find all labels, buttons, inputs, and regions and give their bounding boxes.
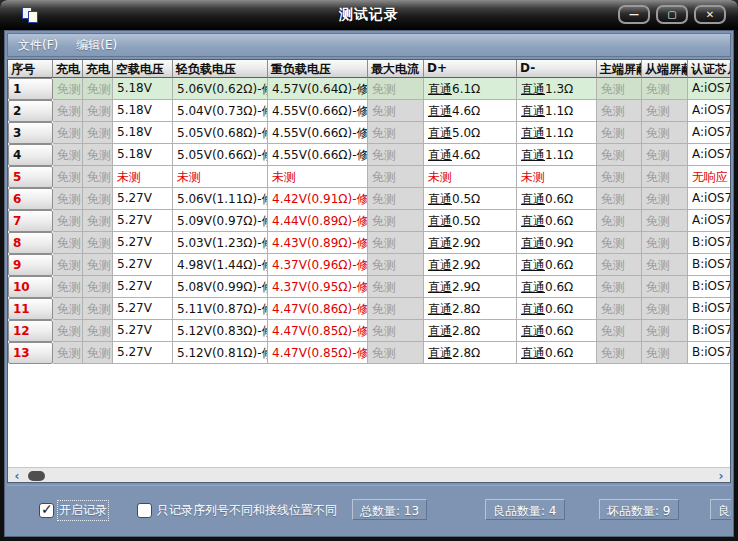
row-number-button[interactable]: 10	[8, 276, 53, 298]
column-header-heavy-load-voltage[interactable]: 重负载电压	[268, 60, 368, 78]
column-header-d-plus[interactable]: D+	[424, 60, 517, 78]
cell-d-plus[interactable]: 直通4.6Ω	[424, 100, 517, 122]
cell-d-minus[interactable]: 直通0.6Ω	[517, 276, 597, 298]
cell-d-plus[interactable]: 直通0.5Ω	[424, 188, 517, 210]
column-header-main-shield[interactable]: 主端屏蔽	[597, 60, 642, 78]
column-header-index[interactable]: 序号	[8, 60, 53, 78]
table-row[interactable]: 4免测免测5.18V5.05V(0.66Ω)-修4.55V(0.66Ω)-修免测…	[8, 144, 731, 166]
minimize-button[interactable]: —	[618, 5, 650, 24]
row-number-button[interactable]: 3	[8, 122, 53, 144]
cell-heavy-load-voltage: 4.55V(0.66Ω)-修	[268, 122, 368, 144]
cell-slave-shield: 免测	[642, 276, 688, 298]
column-header-light-load-voltage[interactable]: 轻负载电压	[173, 60, 268, 78]
table-row[interactable]: 2免测免测5.18V5.04V(0.73Ω)-修4.55V(0.66Ω)-修免测…	[8, 100, 731, 122]
cell-d-minus[interactable]: 直通1.1Ω	[517, 144, 597, 166]
cell-no-load-voltage: 5.18V	[113, 144, 173, 166]
title-bar[interactable]: 测试记录 — ▢ ✕	[0, 0, 738, 30]
cell-charge2: 免测	[83, 320, 113, 342]
table-row[interactable]: 10免测免测5.27V5.08V(0.99Ω)-修4.37V(0.95Ω)-修免…	[8, 276, 731, 298]
cell-charge2: 免测	[83, 298, 113, 320]
record-enabled-checkbox[interactable]	[39, 503, 54, 518]
cell-auth-chip: B:iOS7	[688, 232, 731, 254]
column-header-d-minus[interactable]: D-	[517, 60, 597, 78]
cell-no-load-voltage: 5.27V	[113, 210, 173, 232]
cell-charge1: 免测	[53, 298, 83, 320]
horizontal-scrollbar[interactable]: ‹ ›	[8, 467, 730, 482]
column-header-charge1[interactable]: 充电	[53, 60, 83, 78]
table-row[interactable]: 1免测免测5.18V5.06V(0.62Ω)-修4.57V(0.64Ω)-修免测…	[8, 78, 731, 100]
scroll-left-arrow[interactable]: ‹	[10, 468, 24, 483]
cell-d-plus[interactable]: 直通4.6Ω	[424, 144, 517, 166]
cell-charge2: 免测	[83, 232, 113, 254]
row-number-button[interactable]: 11	[8, 298, 53, 320]
menu-file[interactable]: 文件(F)	[18, 37, 58, 54]
cell-light-load-voltage: 5.09V(0.97Ω)-修	[173, 210, 268, 232]
table-row[interactable]: 3免测免测5.18V5.05V(0.68Ω)-修4.55V(0.66Ω)-修免测…	[8, 122, 731, 144]
row-number-button[interactable]: 12	[8, 320, 53, 342]
column-header-auth-chip[interactable]: 认证芯片	[688, 60, 731, 78]
cell-d-plus[interactable]: 直通2.9Ω	[424, 232, 517, 254]
cell-charge1: 免测	[53, 78, 83, 100]
cell-light-load-voltage: 5.12V(0.83Ω)-修	[173, 320, 268, 342]
cell-charge1: 免测	[53, 122, 83, 144]
column-header-charge2[interactable]: 充电	[83, 60, 113, 78]
table-row[interactable]: 5免测免测未测未测未测免测未测未测免测免测无响应	[8, 166, 731, 188]
row-number-button[interactable]: 7	[8, 210, 53, 232]
column-header-no-load-voltage[interactable]: 空载电压	[113, 60, 173, 78]
cell-d-minus[interactable]: 直通1.1Ω	[517, 100, 597, 122]
cell-d-plus[interactable]: 直通2.9Ω	[424, 276, 517, 298]
cell-d-minus[interactable]: 直通0.6Ω	[517, 210, 597, 232]
row-number-button[interactable]: 4	[8, 144, 53, 166]
row-number-button[interactable]: 13	[8, 342, 53, 364]
cell-auth-chip: A:iOS7	[688, 78, 731, 100]
cell-d-minus[interactable]: 直通0.6Ω	[517, 188, 597, 210]
cell-slave-shield: 免测	[642, 122, 688, 144]
table-row[interactable]: 7免测免测5.27V5.09V(0.97Ω)-修4.44V(0.89Ω)-修免测…	[8, 210, 731, 232]
cell-d-minus[interactable]: 直通0.9Ω	[517, 232, 597, 254]
cell-max-current: 免测	[368, 342, 424, 364]
cell-main-shield: 免测	[597, 210, 642, 232]
row-number-button[interactable]: 2	[8, 100, 53, 122]
scroll-right-arrow[interactable]: ›	[714, 468, 728, 483]
cell-slave-shield: 免测	[642, 232, 688, 254]
stat-bad-count: 坏品数量: 9	[599, 499, 679, 520]
table-row[interactable]: 8免测免测5.27V5.03V(1.23Ω)-修4.43V(0.89Ω)-修免测…	[8, 232, 731, 254]
row-number-button[interactable]: 6	[8, 188, 53, 210]
maximize-button[interactable]: ▢	[656, 5, 688, 24]
cell-d-plus[interactable]: 直通0.5Ω	[424, 210, 517, 232]
cell-d-plus[interactable]: 直通6.1Ω	[424, 78, 517, 100]
table-row[interactable]: 9免测免测5.27V4.98V(1.44Ω)-修4.37V(0.96Ω)-修免测…	[8, 254, 731, 276]
table-row[interactable]: 13免测免测5.27V5.12V(0.81Ω)-修4.47V(0.85Ω)-修免…	[8, 342, 731, 364]
cell-d-minus[interactable]: 直通0.6Ω	[517, 342, 597, 364]
scrollbar-thumb[interactable]	[28, 471, 45, 481]
cell-d-plus[interactable]: 直通2.8Ω	[424, 320, 517, 342]
column-header-slave-shield[interactable]: 从端屏蔽	[642, 60, 688, 78]
cell-d-plus[interactable]: 直通2.8Ω	[424, 298, 517, 320]
cell-max-current: 免测	[368, 144, 424, 166]
cell-d-plus[interactable]: 直通2.9Ω	[424, 254, 517, 276]
cell-heavy-load-voltage: 4.44V(0.89Ω)-修	[268, 210, 368, 232]
cell-charge1: 免测	[53, 342, 83, 364]
close-button[interactable]: ✕	[694, 5, 726, 24]
table-row[interactable]: 12免测免测5.27V5.12V(0.83Ω)-修4.47V(0.85Ω)-修免…	[8, 320, 731, 342]
row-number-button[interactable]: 9	[8, 254, 53, 276]
cell-max-current: 免测	[368, 188, 424, 210]
cell-d-plus[interactable]: 直通5.0Ω	[424, 122, 517, 144]
filter-duplicates-checkbox[interactable]	[137, 503, 152, 518]
row-number-button[interactable]: 8	[8, 232, 53, 254]
table-row[interactable]: 11免测免测5.27V5.11V(0.87Ω)-修4.47V(0.86Ω)-修免…	[8, 298, 731, 320]
cell-no-load-voltage: 5.27V	[113, 320, 173, 342]
cell-d-minus[interactable]: 直通0.6Ω	[517, 320, 597, 342]
row-number-button[interactable]: 1	[8, 78, 53, 100]
cell-d-minus[interactable]: 直通0.6Ω	[517, 254, 597, 276]
cell-d-minus[interactable]: 直通1.1Ω	[517, 122, 597, 144]
test-records-table: 序号充电充电空载电压轻负载电压重负载电压最大电流D+D-主端屏蔽从端屏蔽认证芯片…	[7, 59, 731, 483]
cell-charge2: 免测	[83, 100, 113, 122]
table-row[interactable]: 6免测免测5.27V5.06V(1.11Ω)-修4.42V(0.91Ω)-修免测…	[8, 188, 731, 210]
cell-d-minus[interactable]: 直通1.3Ω	[517, 78, 597, 100]
cell-d-minus[interactable]: 直通0.6Ω	[517, 298, 597, 320]
menu-edit[interactable]: 编辑(E)	[76, 37, 117, 54]
column-header-max-current[interactable]: 最大电流	[368, 60, 424, 78]
row-number-button[interactable]: 5	[8, 166, 53, 188]
cell-d-plus[interactable]: 直通2.8Ω	[424, 342, 517, 364]
